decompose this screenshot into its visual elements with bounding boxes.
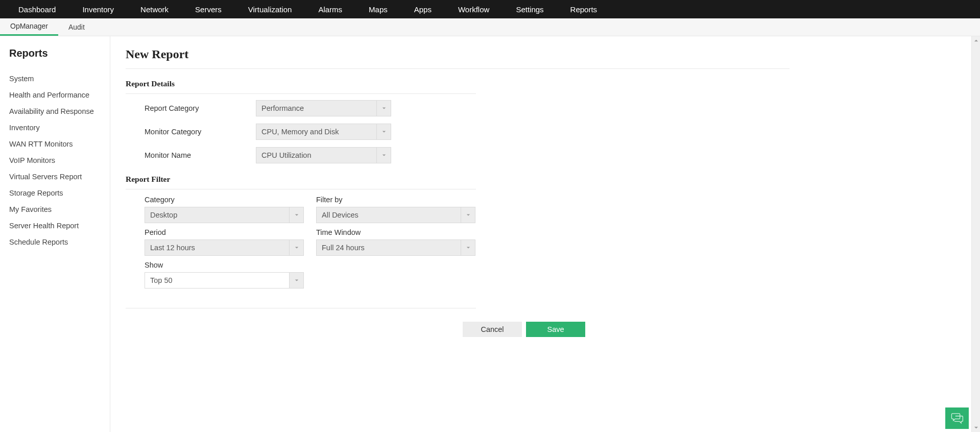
filter-form: Category Desktop Filter by All Devices [126, 196, 476, 294]
select-monitor-name-value: CPU Utilization [256, 148, 376, 163]
label-period: Period [145, 228, 304, 236]
select-monitor-category-value: CPU, Memory and Disk [256, 124, 376, 139]
main: Reports System Health and Performance Av… [0, 36, 980, 432]
chat-icon [950, 411, 964, 426]
nav-settings[interactable]: Settings [503, 0, 557, 18]
sidebar-item-schedule[interactable]: Schedule Reports [9, 234, 101, 250]
nav-virtualization[interactable]: Virtualization [235, 0, 305, 18]
top-nav: Dashboard Inventory Network Servers Virt… [0, 0, 980, 18]
col-time-window: Time Window Full 24 hours [316, 228, 475, 256]
row-report-category: Report Category Performance [126, 100, 476, 116]
label-report-category: Report Category [126, 104, 256, 112]
nav-servers[interactable]: Servers [182, 0, 235, 18]
select-time-window-value: Full 24 hours [317, 240, 461, 255]
title-divider [126, 68, 790, 69]
chat-button[interactable] [945, 407, 969, 429]
row-monitor-name: Monitor Name CPU Utilization [126, 147, 476, 163]
sidebar-item-storage[interactable]: Storage Reports [9, 185, 101, 201]
select-show[interactable]: Top 50 [145, 272, 304, 289]
select-period[interactable]: Last 12 hours [145, 239, 304, 256]
label-monitor-category: Monitor Category [126, 128, 256, 136]
chevron-down-icon [289, 240, 303, 255]
chevron-down-icon [376, 101, 391, 116]
chevron-down-icon [289, 273, 303, 288]
sidebar-title: Reports [9, 47, 101, 59]
sidebar-item-serverhealth[interactable]: Server Health Report [9, 218, 101, 234]
col-period: Period Last 12 hours [145, 228, 304, 256]
nav-workflow[interactable]: Workflow [445, 0, 503, 18]
col-show: Show Top 50 [145, 261, 304, 289]
nav-inventory[interactable]: Inventory [69, 0, 127, 18]
sidebar-item-wan[interactable]: WAN RTT Monitors [9, 136, 101, 152]
tab-opmanager[interactable]: OpManager [0, 18, 58, 36]
label-category: Category [145, 196, 304, 204]
sidebar-item-system[interactable]: System [9, 70, 101, 87]
details-form: Report Category Performance Monitor Cate… [126, 100, 476, 163]
sidebar-item-inventory[interactable]: Inventory [9, 119, 101, 136]
section-report-filter: Report Filter [126, 171, 965, 189]
scroll-down-icon[interactable] [972, 423, 981, 432]
nav-reports[interactable]: Reports [557, 0, 611, 18]
cancel-button[interactable]: Cancel [463, 322, 522, 337]
select-category-value: Desktop [145, 207, 289, 223]
vertical-scrollbar[interactable] [971, 36, 980, 432]
nav-apps[interactable]: Apps [401, 0, 445, 18]
nav-network[interactable]: Network [127, 0, 182, 18]
sidebar-item-availability[interactable]: Availability and Response [9, 103, 101, 119]
row-monitor-category: Monitor Category CPU, Memory and Disk [126, 124, 476, 140]
select-period-value: Last 12 hours [145, 240, 289, 255]
select-filter-by[interactable]: All Devices [316, 207, 475, 223]
col-filter-by: Filter by All Devices [316, 196, 475, 223]
sidebar-item-voip[interactable]: VoIP Monitors [9, 152, 101, 169]
tab-audit[interactable]: Audit [58, 18, 95, 36]
chevron-down-icon [376, 124, 391, 139]
label-show: Show [145, 261, 304, 269]
select-monitor-name[interactable]: CPU Utilization [256, 147, 391, 163]
select-filter-by-value: All Devices [317, 207, 461, 223]
scroll-up-icon[interactable] [972, 36, 981, 45]
select-report-category-value: Performance [256, 101, 376, 116]
section-report-details: Report Details [126, 75, 965, 93]
label-monitor-name: Monitor Name [126, 151, 256, 159]
content-wrap: New Report Report Details Report Categor… [110, 36, 980, 432]
chevron-down-icon [461, 207, 475, 223]
chevron-down-icon [376, 148, 391, 163]
sidebar-item-favorites[interactable]: My Favorites [9, 201, 101, 218]
label-filter-by: Filter by [316, 196, 475, 204]
sidebar: Reports System Health and Performance Av… [0, 36, 110, 432]
sidebar-item-virtual[interactable]: Virtual Servers Report [9, 169, 101, 185]
select-category[interactable]: Desktop [145, 207, 304, 223]
nav-maps[interactable]: Maps [355, 0, 401, 18]
details-divider [126, 93, 476, 94]
chevron-down-icon [461, 240, 475, 255]
label-time-window: Time Window [316, 228, 475, 236]
page-title: New Report [126, 47, 965, 61]
actions: Cancel Save [126, 308, 585, 337]
chevron-down-icon [289, 207, 303, 223]
save-button[interactable]: Save [526, 322, 585, 337]
nav-dashboard[interactable]: Dashboard [5, 0, 69, 18]
sidebar-item-health[interactable]: Health and Performance [9, 87, 101, 103]
content: New Report Report Details Report Categor… [110, 36, 980, 432]
select-report-category[interactable]: Performance [256, 100, 391, 116]
select-time-window[interactable]: Full 24 hours [316, 239, 475, 256]
filter-divider [126, 189, 476, 189]
sidebar-items: System Health and Performance Availabili… [9, 70, 101, 250]
sub-nav: OpManager Audit [0, 18, 980, 36]
nav-alarms[interactable]: Alarms [305, 0, 355, 18]
select-monitor-category[interactable]: CPU, Memory and Disk [256, 124, 391, 140]
col-category: Category Desktop [145, 196, 304, 223]
select-show-value: Top 50 [145, 273, 289, 288]
